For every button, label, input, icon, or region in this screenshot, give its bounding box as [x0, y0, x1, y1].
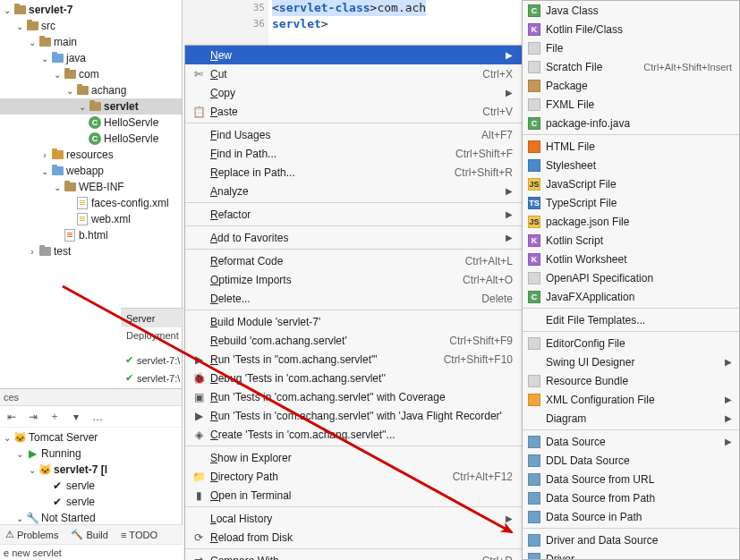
tree-node[interactable]: ⌄main	[0, 34, 182, 50]
context-menu-item[interactable]: Optimize ImportsCtrl+Alt+O	[185, 270, 522, 289]
context-menu-item[interactable]: Copy▶	[185, 83, 522, 102]
services-panel-header: ces	[0, 389, 182, 406]
service-node[interactable]: ✔servle	[0, 494, 182, 510]
submenu-item[interactable]: Data Source▶	[523, 432, 739, 451]
tree-node[interactable]: CHelloServle	[0, 115, 182, 131]
submenu-item[interactable]: Scratch FileCtrl+Alt+Shift+Insert	[523, 57, 739, 76]
collapse-icon[interactable]: ⇥	[25, 409, 41, 425]
submenu-item[interactable]: HTML File	[523, 137, 739, 156]
submenu-item[interactable]: Swing UI Designer▶	[523, 352, 739, 371]
tree-node[interactable]: faces-config.xml	[0, 195, 182, 211]
tab-build[interactable]: 🔨Build	[71, 529, 107, 540]
submenu-item[interactable]: CJavaFXApplication	[523, 287, 739, 306]
submenu-item[interactable]: TSTypeScript File	[523, 193, 739, 212]
context-menu-item[interactable]: ◈Create 'Tests in 'com.achang.servlet''.…	[185, 425, 522, 444]
submenu-item[interactable]: File	[523, 38, 739, 57]
submenu-item[interactable]: Edit File Templates...	[523, 310, 739, 329]
context-menu-item[interactable]: ✄CutCtrl+X	[185, 64, 522, 83]
context-menu-item[interactable]: 📋PasteCtrl+V	[185, 102, 522, 121]
service-node[interactable]: ✔servle	[0, 478, 182, 494]
submenu-item[interactable]: KKotlin Script	[523, 231, 739, 250]
submenu-item[interactable]: FXML File	[523, 95, 739, 114]
tree-node[interactable]: ⌄java	[0, 50, 182, 66]
context-menu-item[interactable]: Replace in Path...Ctrl+Shift+R	[185, 163, 522, 182]
context-menu-item[interactable]: Delete...Delete	[185, 289, 522, 308]
tree-node[interactable]: ⌄achang	[0, 82, 182, 98]
submenu-item[interactable]: OpenAPI Specification	[523, 268, 739, 287]
tab-todo[interactable]: ≡TODO	[121, 530, 157, 540]
tree-node[interactable]: ⌄webapp	[0, 163, 182, 179]
context-menu-item[interactable]: 📁Directory PathCtrl+Alt+F12	[185, 467, 522, 486]
context-menu[interactable]: New▶✄CutCtrl+XCopy▶📋PasteCtrl+VFind Usag…	[184, 45, 523, 560]
submenu-item[interactable]: JSJavaScript File	[523, 174, 739, 193]
deployment-tab[interactable]: Deployment	[121, 327, 183, 344]
context-menu-item[interactable]: Analyze▶	[185, 182, 522, 200]
tree-node[interactable]: ›test	[0, 243, 182, 259]
context-menu-item[interactable]: Find in Path...Ctrl+Shift+F	[185, 144, 522, 163]
context-menu-item[interactable]: ▶Run 'Tests in "com.achang.servlet"'Ctrl…	[185, 350, 522, 369]
tree-node[interactable]: ⌄servlet	[0, 98, 182, 115]
context-menu-item[interactable]: New▶	[185, 46, 522, 64]
context-menu-item[interactable]: ▮Open in Terminal	[185, 486, 522, 505]
context-menu-item[interactable]: ⇄Compare With...Ctrl+D	[185, 551, 522, 560]
submenu-item[interactable]: Data Source from URL	[523, 470, 739, 488]
context-menu-item[interactable]: Reformat CodeCtrl+Alt+L	[185, 251, 522, 270]
tree-node[interactable]: web.xml	[0, 211, 182, 227]
code-editor[interactable]: 3536 <servlet-class>com.ach servlet>	[183, 0, 523, 45]
tree-node[interactable]: b.html	[0, 227, 182, 243]
server-tab[interactable]: Server	[121, 308, 183, 327]
submenu-item[interactable]: Data Source from Path	[523, 488, 739, 507]
filter-icon[interactable]: ▾	[68, 409, 84, 425]
tree-node[interactable]: ⌄WEB-INF	[0, 179, 182, 195]
submenu-item[interactable]: Data Source in Path	[523, 507, 739, 526]
submenu-item[interactable]: Stylesheet	[523, 156, 739, 174]
status-bar: e new servlet	[0, 544, 183, 560]
tree-node[interactable]: CHelloServle	[0, 131, 182, 147]
service-node[interactable]: ⌄🐱Tomcat Server	[0, 429, 182, 445]
context-menu-item[interactable]: Local History▶	[185, 509, 522, 528]
submenu-item[interactable]: Package	[523, 76, 739, 95]
context-menu-item[interactable]: ▶Run 'Tests in 'com.achang.servlet'' wit…	[185, 406, 522, 425]
tree-node[interactable]: ⌄servlet-7	[0, 2, 182, 18]
tree-node[interactable]: ›resources	[0, 147, 182, 163]
deployment-artifact[interactable]: ✔servlet-7:\	[125, 354, 180, 366]
settings-icon[interactable]: …	[89, 409, 106, 425]
services-toolbar: ⇤ ⇥ ＋ ▾ …	[0, 406, 182, 428]
submenu-item[interactable]: EditorConfig File	[523, 334, 739, 352]
submenu-item[interactable]: KKotlin Worksheet	[523, 250, 739, 268]
add-icon[interactable]: ＋	[47, 409, 63, 425]
context-menu-item[interactable]: Show in Explorer	[185, 448, 522, 467]
context-menu-item[interactable]: ⟳Reload from Disk	[185, 528, 522, 547]
expand-icon[interactable]: ⇤	[4, 409, 20, 425]
submenu-item[interactable]: CJava Class	[523, 1, 739, 20]
submenu-item[interactable]: Driver	[523, 549, 739, 560]
submenu-item[interactable]: JSpackage.json File	[523, 212, 739, 231]
bottom-tool-tabs: ⚠Problems 🔨Build ≡TODO	[0, 524, 183, 544]
tree-node[interactable]: ⌄com	[0, 66, 182, 82]
service-node[interactable]: ⌄🐱servlet-7 [l	[0, 462, 182, 478]
new-submenu[interactable]: CJava ClassKKotlin File/ClassFileScratch…	[522, 0, 740, 560]
submenu-item[interactable]: KKotlin File/Class	[523, 20, 739, 38]
submenu-item[interactable]: Cpackage-info.java	[523, 114, 739, 132]
tab-problems[interactable]: ⚠Problems	[5, 529, 58, 540]
context-menu-item[interactable]: Refactor▶	[185, 205, 522, 224]
context-menu-item[interactable]: Rebuild 'com.achang.servlet'Ctrl+Shift+F…	[185, 331, 522, 350]
project-tool-window: ⌄servlet-7⌄src⌄main⌄java⌄com⌄achang⌄serv…	[0, 0, 183, 560]
deployment-artifact[interactable]: ✔servlet-7:\	[125, 372, 180, 384]
tree-node[interactable]: ⌄src	[0, 18, 182, 34]
context-menu-item[interactable]: ▣Run 'Tests in 'com.achang.servlet'' wit…	[185, 387, 522, 406]
context-menu-item[interactable]: Add to Favorites▶	[185, 228, 522, 247]
submenu-item[interactable]: Driver and Data Source	[523, 530, 739, 549]
submenu-item[interactable]: Resource Bundle	[523, 371, 739, 390]
service-node[interactable]: ⌄▶Running	[0, 445, 182, 462]
submenu-item[interactable]: DDL Data Source	[523, 451, 739, 470]
submenu-item[interactable]: XML Configuration File▶	[523, 390, 739, 409]
context-menu-item[interactable]: Build Module 'servlet-7'	[185, 312, 522, 331]
context-menu-item[interactable]: Find UsagesAlt+F7	[185, 125, 522, 144]
context-menu-item[interactable]: 🐞Debug 'Tests in 'com.achang.servlet''	[185, 369, 522, 387]
submenu-item[interactable]: Diagram▶	[523, 409, 739, 428]
